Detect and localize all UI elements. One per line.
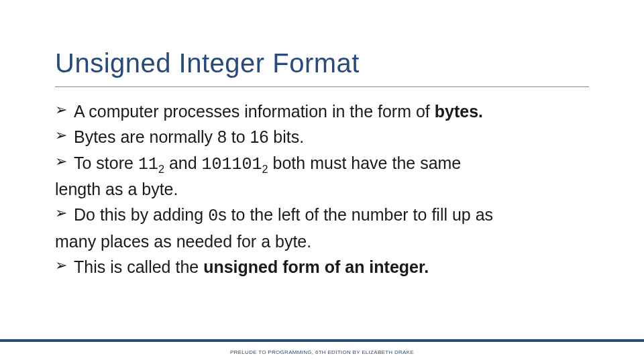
title-rule [55, 86, 589, 87]
bullet-continuation: many places as needed for a byte. [55, 229, 589, 253]
bullet-bold: bytes. [435, 102, 483, 121]
subscript: 2 [158, 163, 164, 175]
bullet-item-4: ➢Do this by adding 0s to the left of the… [55, 202, 589, 253]
chevron-right-icon: ➢ [55, 125, 74, 146]
bullet-text: s to the left of the number to fill up a… [218, 205, 493, 224]
bullet-item-3: ➢To store 112 and 1011012 both must have… [55, 151, 589, 202]
chevron-right-icon: ➢ [55, 202, 74, 224]
bullet-text: Do this by adding [74, 205, 208, 224]
content-area: ➢A computer processes information in the… [0, 99, 644, 279]
bullet-text: both must have the same [268, 154, 462, 172]
bullet-text: This is called the [74, 257, 203, 276]
footer-accent-bar [0, 339, 644, 342]
bullet-continuation: length as a byte. [55, 177, 589, 201]
bullet-item-5: ➢This is called the unsigned form of an … [55, 255, 589, 279]
footer-text: PRELUDE TO PROGRAMMING, 6TH EDITION BY E… [0, 349, 644, 355]
bullet-text: Bytes are normally 8 to 16 bits. [74, 127, 304, 146]
slide-title: Unsigned Integer Format [0, 0, 644, 86]
bullet-text: A computer processes information in the … [74, 102, 435, 121]
chevron-right-icon: ➢ [55, 255, 74, 276]
bullet-item-2: ➢Bytes are normally 8 to 16 bits. [55, 125, 589, 149]
chevron-right-icon: ➢ [55, 99, 74, 121]
code-literal: 0 [208, 206, 218, 226]
code-literal: 101101 [202, 155, 262, 174]
bullet-item-1: ➢A computer processes information in the… [55, 99, 589, 123]
bullet-text: To store [74, 154, 138, 172]
subscript: 2 [262, 163, 268, 175]
bullet-bold: unsigned form of an integer. [203, 257, 429, 276]
bullet-text: and [164, 154, 202, 172]
code-literal: 11 [138, 155, 158, 174]
chevron-right-icon: ➢ [55, 151, 74, 172]
slide: Unsigned Integer Format ➢A computer proc… [0, 0, 644, 362]
